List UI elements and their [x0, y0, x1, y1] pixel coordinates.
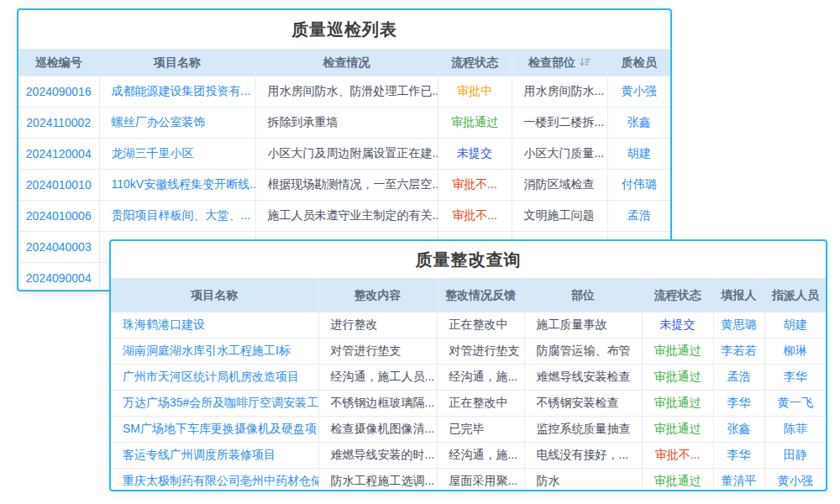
cell-inspection-location: 小区大门质量...: [512, 139, 607, 170]
link-text[interactable]: 螺丝厂办公室装饰: [112, 115, 206, 129]
link-text[interactable]: 李华: [784, 370, 807, 383]
cell-inspection-id[interactable]: 2024120004: [18, 139, 99, 170]
cell-inspector[interactable]: 胡建: [607, 139, 670, 170]
cell-assignee[interactable]: 李华: [764, 365, 826, 391]
cell-project-name[interactable]: 贵阳项目样板间、大堂、...: [99, 201, 255, 232]
cell-reporter[interactable]: 董清平: [713, 469, 764, 492]
link-text[interactable]: 李华: [727, 448, 751, 461]
cell-assignee[interactable]: 柳琳: [764, 339, 826, 365]
cell-reporter[interactable]: 李华: [713, 443, 764, 469]
cell-text: 消防区域检查: [524, 177, 595, 191]
link-text[interactable]: 胡建: [627, 146, 651, 160]
cell-project-name[interactable]: 重庆太极制药有限公司亳州中药材仓储物流: [111, 469, 318, 492]
status-badge: 审批中: [457, 84, 492, 97]
cell-project-name[interactable]: 广州市天河区统计局机房改造项目: [111, 365, 318, 391]
link-text[interactable]: 胡建: [784, 318, 807, 331]
status-badge: 审批通过: [654, 474, 701, 487]
link-text[interactable]: 2024090004: [26, 271, 92, 285]
link-text[interactable]: 李华: [727, 396, 751, 409]
cell-inspector[interactable]: 付伟璐: [607, 170, 670, 201]
link-text[interactable]: 2024040003: [26, 240, 92, 254]
link-text[interactable]: 陈菲: [784, 422, 807, 435]
link-text[interactable]: 成都能源建设集团投资有...: [112, 84, 251, 97]
cell-project-name[interactable]: 110kV安徽线程集变开断线...: [99, 170, 255, 201]
cell-assignee[interactable]: 陈菲: [764, 417, 826, 443]
cell-text: 对管进行垫支: [449, 344, 520, 357]
column-header-inspection-location[interactable]: 检查部位: [512, 50, 607, 76]
link-text[interactable]: 黄小强: [778, 474, 813, 487]
link-text[interactable]: 广州市天河区统计局机房改造项目: [123, 370, 299, 383]
link-text[interactable]: 湖南洞庭湖水库引水工程施工I标: [123, 344, 291, 357]
cell-reporter[interactable]: 黄思璐: [713, 312, 764, 339]
link-text[interactable]: 张鑫: [727, 422, 751, 435]
cell-text: 检查摄像机图像清...: [331, 422, 435, 435]
cell-reporter[interactable]: 李若若: [713, 339, 764, 365]
cell-assignee[interactable]: 胡建: [764, 312, 826, 339]
link-text[interactable]: SM广场地下车库更换摄像机及硬盘项目: [123, 422, 318, 435]
link-text[interactable]: 李若若: [722, 344, 757, 357]
cell-location: 监控系统质量抽查: [524, 417, 642, 443]
cell-project-name[interactable]: 螺丝厂办公室装饰: [99, 108, 255, 139]
cell-assignee[interactable]: 黄一飞: [764, 391, 826, 417]
link-text[interactable]: 柳琳: [784, 344, 807, 357]
link-text[interactable]: 2024110002: [26, 116, 91, 129]
link-text[interactable]: 孟浩: [627, 208, 651, 222]
cell-process-status: 未提交: [438, 139, 512, 170]
link-text[interactable]: 董清平: [722, 474, 757, 487]
rectification-table-header-row: 项目名称整改内容整改情况反馈部位流程状态填报人指派人员: [111, 279, 826, 312]
cell-project-name[interactable]: 龙湖三千里小区: [99, 139, 255, 170]
cell-inspector[interactable]: 黄小强: [607, 76, 670, 108]
status-badge: 审批通过: [451, 115, 498, 129]
cell-reporter[interactable]: 李华: [713, 391, 764, 417]
link-text[interactable]: 2024010006: [26, 209, 92, 223]
link-text[interactable]: 2024090016: [26, 85, 92, 98]
cell-project-name[interactable]: 万达广场35#会所及咖啡厅空调安装工程: [111, 391, 318, 417]
cell-inspection-id[interactable]: 2024010006: [18, 201, 99, 232]
link-text[interactable]: 珠海鹤港口建设: [123, 318, 205, 331]
column-header-process-status: 流程状态: [642, 279, 713, 312]
cell-inspector[interactable]: 张鑫: [607, 108, 670, 139]
link-text[interactable]: 贵阳项目样板间、大堂、...: [112, 208, 251, 222]
link-text[interactable]: 110kV安徽线程集变开断线...: [112, 177, 256, 191]
cell-reporter[interactable]: 孟浩: [713, 365, 764, 391]
link-text[interactable]: 田静: [784, 448, 807, 461]
status-badge: 审批不...: [452, 208, 497, 222]
column-header-location: 部位: [524, 279, 642, 312]
cell-inspector[interactable]: 孟浩: [607, 201, 670, 232]
cell-assignee[interactable]: 黄小强: [764, 469, 826, 492]
cell-text: 已完毕: [449, 422, 485, 435]
link-text[interactable]: 孟浩: [727, 370, 751, 383]
link-text[interactable]: 黄思璐: [722, 318, 757, 331]
cell-inspection-id[interactable]: 2024040003: [18, 232, 99, 263]
cell-project-name[interactable]: 湖南洞庭湖水库引水工程施工I标: [111, 339, 318, 365]
status-badge: 审批通过: [654, 344, 701, 357]
column-header-assignee: 指派人员: [764, 279, 826, 312]
cell-inspection-id[interactable]: 2024110002: [18, 108, 99, 139]
column-label: 检查情况: [323, 55, 370, 69]
link-text[interactable]: 付伟璐: [622, 177, 657, 191]
column-header-reporter: 填报人: [713, 279, 764, 312]
cell-inspection-id[interactable]: 2024090004: [18, 263, 99, 292]
cell-inspection-id[interactable]: 2024090016: [18, 76, 99, 108]
cell-reporter[interactable]: 张鑫: [713, 417, 764, 443]
link-text[interactable]: 客运专线广州调度所装修项目: [123, 448, 276, 461]
link-text[interactable]: 张鑫: [627, 115, 651, 129]
cell-project-name[interactable]: 成都能源建设集团投资有...: [99, 76, 255, 108]
cell-assignee[interactable]: 田静: [764, 443, 826, 469]
cell-location: 施工质量事故: [524, 312, 642, 339]
cell-project-name[interactable]: 客运专线广州调度所装修项目: [111, 443, 318, 469]
cell-project-name[interactable]: SM广场地下车库更换摄像机及硬盘项目: [111, 417, 318, 443]
sort-descending-icon[interactable]: [580, 56, 591, 70]
link-text[interactable]: 黄一飞: [778, 396, 813, 409]
cell-text: 正在整改中: [449, 318, 508, 331]
cell-project-name[interactable]: 珠海鹤港口建设: [111, 312, 318, 339]
link-text[interactable]: 2024010010: [26, 178, 92, 192]
column-label: 流程状态: [451, 55, 498, 69]
link-text[interactable]: 万达广场35#会所及咖啡厅空调安装工程: [123, 396, 318, 409]
link-text[interactable]: 2024120004: [26, 147, 92, 160]
link-text[interactable]: 重庆太极制药有限公司亳州中药材仓储物流: [123, 474, 318, 487]
table-row: SM广场地下车库更换摄像机及硬盘项目检查摄像机图像清...已完毕监控系统质量抽查…: [111, 417, 826, 443]
cell-inspection-id[interactable]: 2024010010: [18, 170, 99, 201]
link-text[interactable]: 黄小强: [622, 84, 657, 97]
link-text[interactable]: 龙湖三千里小区: [112, 146, 194, 160]
